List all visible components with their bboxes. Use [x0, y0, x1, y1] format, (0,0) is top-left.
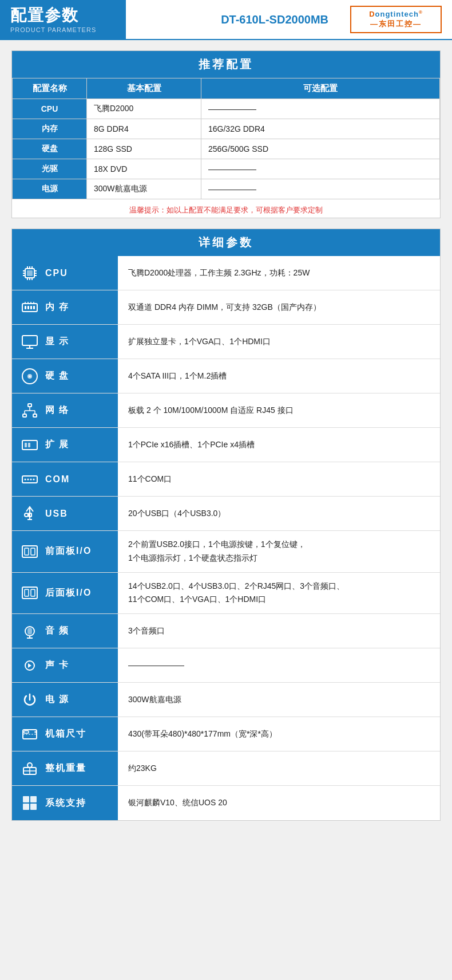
detail-row-disk: 硬 盘 4个SATA III口，1个M.2插槽: [12, 359, 440, 393]
com-icon: [19, 469, 41, 490]
detail-value-display: 扩展独立显卡，1个VGA口、1个HDMI口: [118, 325, 440, 359]
detail-value-soundcard: ———————: [118, 648, 440, 682]
cpu-icon: [19, 262, 41, 284]
label-text-chassis: 机箱尺寸: [45, 728, 86, 740]
soundcard-icon: [19, 655, 41, 676]
label-text-cpu: CPU: [45, 268, 68, 278]
detail-params-section: 详细参数 CPU 飞腾D2000处理器，工作主频 2.3GHz，功耗：25W 内…: [11, 229, 441, 821]
weight-icon: [19, 758, 41, 780]
row-name: 硬盘: [13, 139, 87, 159]
detail-row-power: 电 源 300W航嘉电源: [12, 683, 440, 717]
table-row: 内存 8G DDR4 16G/32G DDR4: [13, 119, 440, 139]
detail-value-network: 板载 2 个 10M/100M/1000M 自适应 RJ45 接口: [118, 393, 440, 427]
label-text-expand: 扩 展: [45, 439, 69, 451]
detail-row-display: 显 示 扩展独立显卡，1个VGA口、1个HDMI口: [12, 325, 440, 359]
svg-rect-69: [30, 804, 37, 810]
power-icon: [19, 689, 41, 711]
detail-label-cpu: CPU: [12, 256, 118, 290]
label-text-com: COM: [45, 474, 70, 485]
detail-row-audio: 音 频 3个音频口: [12, 614, 440, 648]
detail-value-weight: 约23KG: [118, 751, 440, 785]
detail-value-power: 300W航嘉电源: [118, 683, 440, 717]
disk-icon: [19, 365, 41, 387]
svg-rect-38: [28, 443, 30, 447]
row-basic: 飞腾D2000: [87, 99, 201, 119]
svg-point-62: [27, 763, 32, 768]
detail-section-title: 详细参数: [12, 229, 440, 256]
header-title-box: 配置参数 PRODUCT PARAMETERS: [0, 0, 126, 39]
header-title-zh: 配置参数: [10, 6, 116, 25]
row-optional: 16G/32G DDR4: [201, 119, 440, 139]
label-text-audio: 音 频: [45, 625, 69, 637]
svg-rect-67: [30, 796, 37, 802]
detail-label-soundcard: 声 卡: [12, 648, 118, 682]
label-text-power: 电 源: [45, 694, 69, 706]
detail-value-expand: 1个PCIe x16插槽、1个PCIe x4插槽: [118, 428, 440, 462]
row-optional: 256G/500G SSD: [201, 139, 440, 159]
frontio-icon: [19, 541, 41, 562]
detail-row-chassis: 机箱尺寸 430(带耳朵480)*480*177mm（宽*深*高）: [12, 717, 440, 751]
row-name: CPU: [13, 99, 87, 119]
label-text-network: 网 络: [45, 404, 69, 416]
detail-row-frontio: 前面板I/O 2个前置USB2.0接口，1个电源按键，1个复位键，1个电源指示灯…: [12, 531, 440, 573]
svg-rect-18: [33, 306, 35, 309]
expand-icon: [19, 434, 41, 456]
svg-rect-52: [25, 589, 29, 596]
detail-label-disk: 硬 盘: [12, 359, 118, 393]
detail-value-os: 银河麒麟V10、统信UOS 20: [118, 786, 440, 820]
detail-value-com: 11个COM口: [118, 462, 440, 496]
row-basic: 128G SSD: [87, 139, 201, 159]
svg-rect-15: [25, 306, 26, 309]
svg-rect-37: [25, 443, 27, 447]
label-text-weight: 整机重量: [45, 762, 86, 774]
table-header-row: 配置名称 基本配置 可选配置: [13, 78, 440, 99]
label-text-memory: 内 存: [45, 301, 69, 313]
svg-point-60: [34, 731, 37, 733]
svg-rect-17: [30, 306, 32, 309]
detail-label-usb: USB: [12, 497, 118, 530]
detail-row-weight: 整机重量 约23KG: [12, 751, 440, 786]
svg-rect-14: [22, 304, 37, 312]
col-optional: 可选配置: [201, 78, 440, 99]
detail-value-memory: 双通道 DDR4 内存 DIMM，可支持 32GB（国产内存）: [118, 290, 440, 324]
detail-value-disk: 4个SATA III口，1个M.2插槽: [118, 359, 440, 393]
svg-rect-29: [28, 404, 31, 407]
svg-point-42: [30, 478, 32, 480]
detail-row-cpu: CPU 飞腾D2000处理器，工作主频 2.3GHz，功耗：25W: [12, 256, 440, 290]
table-row: 电源 300W航嘉电源 ——————: [13, 179, 440, 199]
detail-row-usb: USB 20个USB口（4个USB3.0）: [12, 497, 440, 531]
svg-point-44: [25, 513, 28, 517]
row-optional: ——————: [201, 179, 440, 199]
detail-row-soundcard: 声 卡 ———————: [12, 648, 440, 683]
table-row: 硬盘 128G SSD 256G/500G SSD: [13, 139, 440, 159]
row-name: 内存: [13, 119, 87, 139]
label-text-usb: USB: [45, 509, 68, 519]
table-row: 光驱 18X DVD ——————: [13, 159, 440, 179]
detail-label-com: COM: [12, 462, 118, 496]
svg-point-41: [27, 478, 29, 480]
table-row: CPU 飞腾D2000 ——————: [13, 99, 440, 119]
row-basic: 300W航嘉电源: [87, 179, 201, 199]
detail-row-com: COM 11个COM口: [12, 462, 440, 497]
detail-row-reario: 后面板I/O 14个USB2.0口、4个USB3.0口、2个RJ45网口、3个音…: [12, 573, 440, 615]
label-text-frontio: 前面板I/O: [45, 545, 92, 557]
label-text-soundcard: 声 卡: [45, 659, 69, 671]
recommended-table: 配置名称 基本配置 可选配置 CPU 飞腾D2000 —————— 内存 8G …: [12, 78, 440, 199]
label-text-display: 显 示: [45, 336, 69, 348]
reario-icon: [19, 582, 41, 604]
detail-row-os: 系统支持 银河麒麟V10、统信UOS 20: [12, 786, 440, 820]
svg-rect-61: [24, 731, 29, 733]
detail-value-chassis: 430(带耳朵480)*480*177mm（宽*深*高）: [118, 717, 440, 751]
svg-rect-50: [31, 548, 35, 555]
col-basic: 基本配置: [87, 78, 201, 99]
detail-label-weight: 整机重量: [12, 751, 118, 785]
svg-rect-49: [25, 548, 29, 555]
page-header: 配置参数 PRODUCT PARAMETERS DT-610L-SD2000MB…: [0, 0, 452, 40]
svg-rect-23: [22, 336, 37, 345]
svg-point-40: [25, 478, 26, 480]
display-icon: [19, 331, 41, 353]
header-model: DT-610L-SD2000MB: [126, 0, 340, 39]
detail-value-audio: 3个音频口: [118, 614, 440, 648]
svg-rect-68: [23, 804, 29, 810]
recommended-config-section: 推荐配置 配置名称 基本配置 可选配置 CPU 飞腾D2000 —————— 内…: [11, 50, 441, 218]
